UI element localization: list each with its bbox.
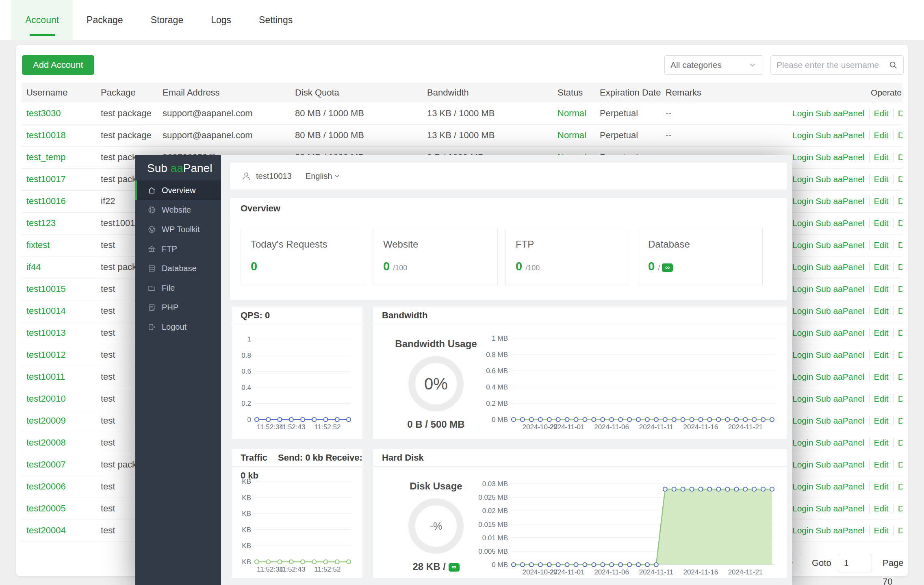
delete-link[interactable]: Delete [893,350,902,359]
sidebar-item-file[interactable]: File [135,278,221,298]
username-search[interactable] [770,55,904,75]
edit-link[interactable]: Edit [869,262,889,272]
edit-link[interactable]: Edit [869,416,889,425]
username-link[interactable]: test10018 [26,130,66,140]
edit-link[interactable]: Edit [869,284,889,294]
delete-link[interactable]: Delete [893,460,902,469]
edit-link[interactable]: Edit [869,328,889,337]
username-link[interactable]: if44 [26,262,41,272]
edit-link[interactable]: Edit [869,482,889,491]
delete-link[interactable]: Delete [893,174,902,184]
tab-account[interactable]: Account [11,0,73,40]
sidebar-item-website[interactable]: Website [135,200,221,220]
login-sub-aapanel-link[interactable]: Login Sub aaPanel [792,130,865,140]
edit-link[interactable]: Edit [869,504,889,513]
login-sub-aapanel-link[interactable]: Login Sub aaPanel [792,438,865,447]
sidebar-item-wp-toolkit[interactable]: WP Toolkit [135,220,221,239]
username-link[interactable]: test20009 [26,415,66,426]
edit-link[interactable]: Edit [869,218,889,228]
delete-link[interactable]: Delete [893,482,902,491]
edit-link[interactable]: Edit [869,174,889,184]
edit-link[interactable]: Edit [869,438,889,447]
username-link[interactable]: test20007 [26,459,66,470]
delete-link[interactable]: Delete [893,306,902,315]
login-sub-aapanel-link[interactable]: Login Sub aaPanel [792,328,865,337]
login-sub-aapanel-link[interactable]: Login Sub aaPanel [792,372,865,381]
delete-link[interactable]: Delete [893,504,902,513]
login-sub-aapanel-link[interactable]: Login Sub aaPanel [792,306,865,315]
delete-link[interactable]: Delete [893,328,902,337]
tab-storage[interactable]: Storage [137,0,197,40]
username-link[interactable]: test20004 [26,525,66,535]
sidebar-item-database[interactable]: Database [135,259,221,278]
delete-link[interactable]: Delete [893,372,902,381]
search-icon[interactable] [889,61,898,70]
delete-link[interactable]: Delete [893,284,902,294]
login-sub-aapanel-link[interactable]: Login Sub aaPanel [792,240,865,250]
delete-link[interactable]: Delete [893,240,902,250]
delete-link[interactable]: Delete [893,394,902,403]
username-link[interactable]: test10014 [26,306,66,316]
delete-link[interactable]: Delete [893,196,902,206]
language-select[interactable]: English [306,172,341,181]
edit-link[interactable]: Edit [869,350,889,359]
edit-link[interactable]: Edit [869,460,889,469]
username-link[interactable]: test10015 [26,284,66,294]
login-sub-aapanel-link[interactable]: Login Sub aaPanel [792,152,865,162]
delete-link[interactable]: Delete [893,109,902,118]
category-select[interactable]: All categories [664,55,763,75]
edit-link[interactable]: Edit [869,372,889,381]
username-link[interactable]: test_temp [26,152,66,162]
edit-link[interactable]: Edit [869,306,889,315]
username-link[interactable]: test10013 [26,328,66,338]
login-sub-aapanel-link[interactable]: Login Sub aaPanel [792,416,865,425]
edit-link[interactable]: Edit [869,130,889,140]
goto-page-input[interactable] [838,554,872,572]
delete-link[interactable]: Delete [893,416,902,425]
login-sub-aapanel-link[interactable]: Login Sub aaPanel [792,460,865,469]
username-link[interactable]: test20005 [26,503,66,513]
sidebar-item-logout[interactable]: Logout [135,317,221,337]
delete-link[interactable]: Delete [893,218,902,228]
edit-link[interactable]: Edit [869,240,889,250]
login-sub-aapanel-link[interactable]: Login Sub aaPanel [792,262,865,272]
delete-link[interactable]: Delete [893,130,902,140]
login-sub-aapanel-link[interactable]: Login Sub aaPanel [792,109,865,118]
tab-settings[interactable]: Settings [245,0,306,40]
login-sub-aapanel-link[interactable]: Login Sub aaPanel [792,504,865,513]
sidebar-item-php[interactable]: PHP [135,298,221,317]
search-input[interactable] [777,60,889,70]
login-sub-aapanel-link[interactable]: Login Sub aaPanel [792,218,865,228]
username-link[interactable]: test123 [26,218,56,228]
delete-link[interactable]: Delete [893,152,902,162]
edit-link[interactable]: Edit [869,526,889,535]
edit-link[interactable]: Edit [869,394,889,403]
username-link[interactable]: test3030 [26,108,61,118]
username-link[interactable]: test20008 [26,437,66,448]
sidebar-item-overview[interactable]: Overview [135,181,221,200]
username-link[interactable]: test20010 [26,394,66,404]
edit-link[interactable]: Edit [869,196,889,206]
delete-link[interactable]: Delete [893,526,902,535]
login-sub-aapanel-link[interactable]: Login Sub aaPanel [792,482,865,491]
login-sub-aapanel-link[interactable]: Login Sub aaPanel [792,394,865,403]
tab-logs[interactable]: Logs [197,0,245,40]
login-sub-aapanel-link[interactable]: Login Sub aaPanel [792,174,865,184]
login-sub-aapanel-link[interactable]: Login Sub aaPanel [792,196,865,206]
login-sub-aapanel-link[interactable]: Login Sub aaPanel [792,350,865,359]
username-link[interactable]: test10012 [26,350,66,360]
username-link[interactable]: test10016 [26,196,66,206]
delete-link[interactable]: Delete [893,438,902,447]
delete-link[interactable]: Delete [893,262,902,272]
username-link[interactable]: test10011 [26,372,65,382]
edit-link[interactable]: Edit [869,152,889,162]
sidebar-item-ftp[interactable]: FTP [135,239,221,259]
login-sub-aapanel-link[interactable]: Login Sub aaPanel [792,284,865,294]
tab-package[interactable]: Package [73,0,137,40]
username-link[interactable]: test10017 [26,174,66,184]
username-link[interactable]: fixtest [26,240,50,250]
login-sub-aapanel-link[interactable]: Login Sub aaPanel [792,526,865,535]
add-account-button[interactable]: Add Account [22,55,94,75]
username-link[interactable]: test20006 [26,481,66,491]
edit-link[interactable]: Edit [869,109,889,118]
